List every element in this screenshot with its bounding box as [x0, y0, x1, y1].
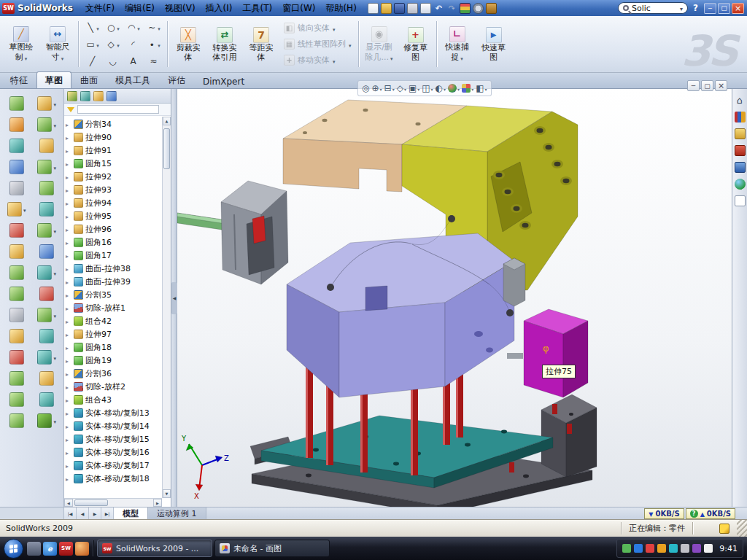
sketch-entity-icon[interactable]: ▭ [82, 36, 102, 52]
dock-tool-icon[interactable] [39, 368, 54, 389]
help-icon[interactable]: ? [693, 3, 698, 13]
dock-tool-icon[interactable] [37, 156, 56, 177]
dock-tool-icon[interactable] [9, 325, 24, 346]
ribbon-button[interactable]: 线性草图阵列 [281, 37, 355, 52]
expand-arrow-icon[interactable] [66, 434, 71, 444]
feature-tree-item[interactable]: 实体-移动/复制17 [66, 459, 171, 472]
section-view-icon[interactable]: ◇ [397, 83, 406, 93]
dropdown-arrow-icon[interactable] [333, 23, 336, 34]
dock-tool-icon[interactable] [39, 325, 54, 346]
scroll-left-button[interactable] [64, 499, 73, 507]
media-player-icon[interactable] [75, 542, 89, 556]
ribbon-button[interactable]: 显示/删 除几... [361, 25, 398, 64]
toolbox-icon[interactable] [486, 3, 497, 14]
scroll-right-button[interactable] [153, 499, 162, 507]
tray-icon-3[interactable] [646, 544, 654, 553]
rebuild-icon[interactable] [460, 3, 471, 14]
taskbar-clock[interactable]: 9:41 [719, 544, 738, 553]
dropdown-arrow-icon[interactable] [96, 39, 99, 50]
feature-tree-item[interactable]: 切除-放样1 [66, 301, 171, 314]
dropdown-arrow-icon[interactable] [333, 55, 336, 66]
search-input[interactable]: Solic [632, 4, 677, 13]
open-icon[interactable] [381, 3, 392, 14]
dropdown-arrow-icon[interactable] [53, 162, 56, 172]
collapse-panel-button[interactable] [171, 282, 177, 314]
ribbon-button[interactable]: 转换实 体引用 [206, 26, 243, 63]
expand-arrow-icon[interactable] [66, 132, 71, 142]
dock-tool-icon[interactable] [7, 198, 26, 219]
part-fitting[interactable] [503, 258, 525, 306]
dock-tool-icon[interactable] [9, 389, 24, 410]
feature-tree-item[interactable]: 切除-放样2 [66, 380, 171, 393]
dropdown-arrow-icon[interactable] [53, 310, 56, 320]
dropdown-arrow-icon[interactable] [457, 83, 460, 93]
dock-tool-icon[interactable] [39, 135, 54, 156]
expand-arrow-icon[interactable] [66, 250, 71, 260]
commandmanager-tab[interactable]: 草图 [36, 71, 71, 88]
feature-tree-item[interactable]: 曲面-拉伸39 [66, 275, 171, 288]
window-minimize-button[interactable] [704, 3, 716, 14]
toolbox-icon[interactable] [735, 145, 746, 156]
dropdown-arrow-icon[interactable] [484, 83, 487, 93]
document-minimize-button[interactable] [687, 80, 700, 91]
window-close-button[interactable] [732, 3, 744, 14]
dock-tool-icon[interactable] [37, 114, 56, 135]
dropdown-arrow-icon[interactable] [53, 352, 56, 362]
ribbon-button[interactable]: 修复草 图 [398, 26, 434, 63]
dropdown-arrow-icon[interactable] [390, 52, 393, 63]
tray-icon-4[interactable] [657, 544, 666, 553]
dock-tool-icon[interactable] [9, 368, 24, 389]
dropdown-arrow-icon[interactable] [53, 268, 56, 278]
dropdown-arrow-icon[interactable] [137, 23, 140, 33]
dropdown-arrow-icon[interactable] [349, 39, 352, 50]
internet-explorer-icon[interactable]: e [43, 542, 57, 556]
dock-tool-icon[interactable] [37, 410, 56, 431]
view-orientation-icon[interactable]: ▣ [409, 83, 419, 93]
dock-tool-icon[interactable] [39, 389, 54, 410]
model-scene[interactable]: φ Y Z X [177, 89, 732, 507]
model-tab[interactable]: 运动算例 1 [148, 508, 206, 519]
taskbar-task-button[interactable]: SW SolidWorks 2009 - ... [97, 540, 212, 557]
filter-funnel-icon[interactable] [67, 107, 74, 112]
ribbon-button[interactable]: 草图绘 制 [3, 25, 39, 64]
design-library-icon[interactable] [735, 112, 746, 122]
redo-icon[interactable] [446, 3, 457, 14]
commandmanager-tab[interactable]: DimXpert [194, 74, 253, 88]
dock-tool-icon[interactable] [37, 93, 56, 114]
print-icon[interactable] [407, 3, 418, 14]
dropdown-arrow-icon[interactable] [117, 23, 120, 33]
feature-tree-item[interactable]: 拉伸92 [66, 170, 171, 183]
dock-tool-icon[interactable] [9, 262, 24, 283]
expand-arrow-icon[interactable] [66, 119, 71, 129]
expand-arrow-icon[interactable] [66, 171, 71, 182]
feature-tree-item[interactable]: 组合42 [66, 314, 171, 327]
expand-arrow-icon[interactable] [66, 184, 71, 195]
sketch-entity-icon[interactable]: ◠ [123, 20, 143, 36]
feature-tree-item[interactable]: 拉伸91 [66, 144, 171, 157]
scroll-track[interactable] [163, 125, 171, 489]
dropdown-arrow-icon[interactable] [417, 83, 419, 93]
feature-tree-item[interactable]: 拉伸95 [66, 209, 171, 222]
feature-tree-item[interactable]: 圆角16 [66, 236, 171, 249]
expand-arrow-icon[interactable] [66, 198, 71, 208]
dropdown-arrow-icon[interactable] [53, 120, 56, 130]
dropdown-arrow-icon[interactable] [158, 39, 160, 50]
zoom-fit-icon[interactable]: ◎ [362, 84, 369, 93]
print-preview-icon[interactable] [420, 3, 431, 14]
dock-tool-icon[interactable] [9, 93, 24, 114]
zoom-area-icon[interactable]: ⊕ [371, 83, 382, 93]
feature-tree-item[interactable]: 拉伸97 [66, 327, 171, 341]
featuremanager-tab-icon[interactable] [67, 91, 77, 101]
dropdown-arrow-icon[interactable] [96, 23, 99, 33]
dock-tool-icon[interactable] [37, 262, 56, 283]
expand-arrow-icon[interactable] [66, 276, 71, 287]
feature-tree-item[interactable]: 分割34 [66, 117, 171, 131]
sketch-entity-icon[interactable]: ◡ [103, 53, 123, 69]
menu-item[interactable]: 文件(F) [80, 1, 120, 16]
expand-arrow-icon[interactable] [66, 460, 71, 470]
dock-tool-icon[interactable] [9, 304, 24, 325]
solidworks-quick-icon[interactable]: SW [59, 542, 73, 556]
feature-tree-item[interactable]: 圆角15 [66, 157, 171, 170]
feature-tree-item[interactable]: 拉伸94 [66, 196, 171, 209]
expand-arrow-icon[interactable] [66, 342, 71, 352]
